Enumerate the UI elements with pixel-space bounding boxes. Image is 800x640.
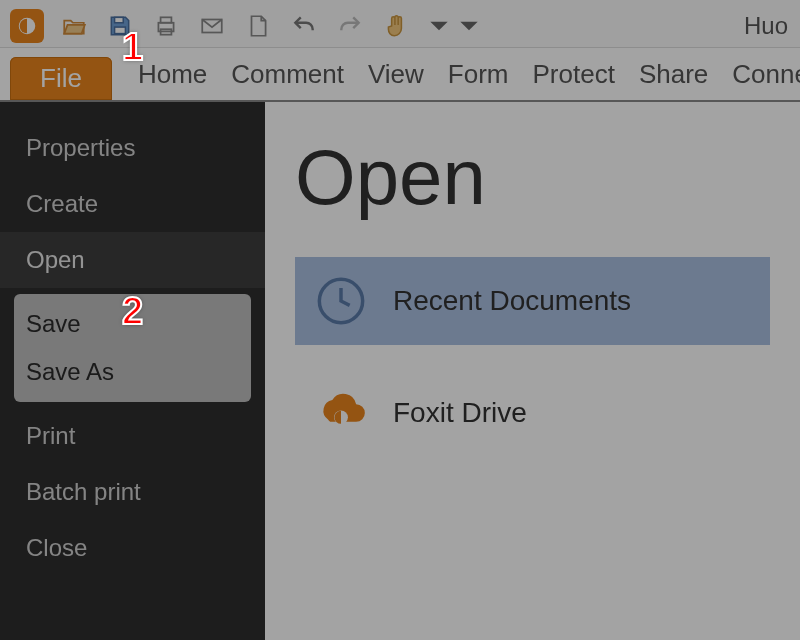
save-icon[interactable] — [104, 10, 136, 42]
app-window: Huo File Home Comment View Form Protect … — [0, 0, 800, 640]
tab-protect[interactable]: Protect — [521, 55, 627, 100]
quick-access-toolbar: Huo — [0, 0, 800, 48]
tab-home[interactable]: Home — [126, 55, 219, 100]
backstage-view: Properties Create Open Save Save As Prin… — [0, 102, 800, 640]
user-name[interactable]: Huo — [744, 12, 790, 40]
tab-connect[interactable]: Connect — [720, 55, 800, 100]
dropdown-icon[interactable] — [426, 10, 482, 42]
clock-icon — [315, 275, 367, 327]
svg-rect-2 — [115, 27, 126, 34]
open-icon[interactable] — [58, 10, 90, 42]
location-recent-documents[interactable]: Recent Documents — [295, 257, 770, 345]
page-title: Open — [295, 132, 770, 223]
sidebar-item-print[interactable]: Print — [0, 408, 265, 464]
tab-file[interactable]: File — [10, 57, 112, 100]
sidebar-item-create[interactable]: Create — [0, 176, 265, 232]
print-icon[interactable] — [150, 10, 182, 42]
ribbon-tabs: File Home Comment View Form Protect Shar… — [0, 48, 800, 102]
sidebar-item-save[interactable]: Save — [14, 300, 251, 348]
hand-tool-icon[interactable] — [380, 10, 412, 42]
sidebar-item-save-as[interactable]: Save As — [14, 348, 251, 396]
sidebar-item-open[interactable]: Open — [0, 232, 265, 288]
location-foxit-drive[interactable]: Foxit Drive — [295, 369, 770, 457]
sidebar-item-batch-print[interactable]: Batch print — [0, 464, 265, 520]
new-doc-icon[interactable] — [242, 10, 274, 42]
foxit-drive-icon — [315, 387, 367, 439]
sidebar-highlight-group: Save Save As — [14, 294, 251, 402]
svg-rect-1 — [115, 17, 124, 22]
sidebar-item-properties[interactable]: Properties — [0, 120, 265, 176]
sidebar-item-close[interactable]: Close — [0, 520, 265, 576]
location-label: Foxit Drive — [393, 397, 527, 429]
file-sidebar: Properties Create Open Save Save As Prin… — [0, 102, 265, 640]
tab-share[interactable]: Share — [627, 55, 720, 100]
content-panel: Open Recent Documents Foxit Drive — [265, 102, 800, 640]
location-label: Recent Documents — [393, 285, 631, 317]
undo-icon[interactable] — [288, 10, 320, 42]
app-logo-icon — [10, 9, 44, 43]
tab-view[interactable]: View — [356, 55, 436, 100]
tab-comment[interactable]: Comment — [219, 55, 356, 100]
tab-form[interactable]: Form — [436, 55, 521, 100]
mail-icon[interactable] — [196, 10, 228, 42]
svg-rect-4 — [161, 17, 172, 22]
redo-icon[interactable] — [334, 10, 366, 42]
